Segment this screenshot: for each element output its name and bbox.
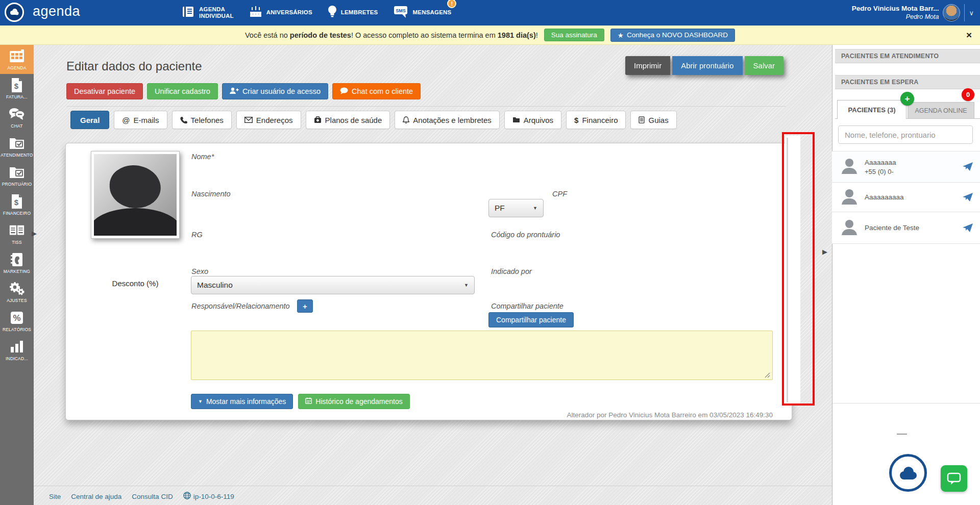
sidebar-item-ajustes[interactable]: AJUSTES [0, 277, 34, 307]
cloud-icon [8, 6, 20, 18]
tab-emails[interactable]: @E-mails [114, 111, 167, 129]
sexo-label: Sexo [191, 267, 208, 275]
deactivate-patient-button[interactable]: Desativar paciente [66, 83, 143, 99]
footer-link-help[interactable]: Central de ajuda [71, 493, 121, 500]
footer-link-cid[interactable]: Consulta CID [132, 493, 173, 500]
tab-geral[interactable]: Geral [70, 111, 109, 129]
right-panel-collapse-arrow-icon[interactable]: ▶ [822, 248, 827, 256]
subscription-button[interactable]: Sua assinatura [544, 29, 604, 41]
tab-guias[interactable]: Guias [630, 111, 676, 129]
create-access-user-button[interactable]: Criar usuário de acesso [222, 83, 328, 99]
tab-enderecos[interactable]: Endereços [236, 111, 301, 129]
folder-icon [512, 117, 520, 123]
birthday-cake-icon [249, 6, 262, 20]
percent-icon: % [9, 310, 25, 325]
sidebar-item-agenda[interactable]: AGENDA [0, 45, 34, 74]
app-logo-cloud-icon[interactable] [5, 3, 24, 22]
nascimento-label: Nascimento [191, 190, 231, 198]
tab-telefones[interactable]: Telefones [172, 111, 232, 129]
tab-planos-saude[interactable]: Planos de saúde [306, 111, 390, 129]
tab-agenda-online[interactable]: AGENDA ONLINE [908, 102, 974, 119]
open-record-button[interactable]: Abrir prontuário [672, 56, 742, 75]
sidebar-item-chat[interactable]: CHAT [0, 103, 34, 132]
user-menu[interactable]: Pedro Vinicius Mota Barr... Pedro Mota ∨ [852, 0, 974, 26]
patient-list-item[interactable]: Aaaaaaaa +55 (0) 0- [832, 151, 980, 183]
user-avatar[interactable] [943, 4, 960, 21]
codigo-prontuario-label: Código do prontuário [491, 231, 560, 239]
sidebar-item-atendimento[interactable]: ATENDIMENTO [0, 132, 34, 161]
dollar-icon: $ [574, 116, 578, 124]
divider [66, 106, 786, 107]
sidebar-item-relatorios[interactable]: % RELATÓRIOS [0, 307, 34, 336]
patient-photo[interactable] [91, 151, 180, 239]
phone-icon [180, 116, 187, 123]
send-message-icon[interactable] [963, 193, 973, 202]
chat-bubble-icon [340, 87, 348, 96]
left-sidebar: AGENDA $ FATURA... CHAT ATENDIMENTO [0, 45, 34, 505]
tab-anotacoes[interactable]: Anotações e lembretes [395, 111, 499, 129]
unify-record-button[interactable]: Unificar cadastro [147, 83, 218, 99]
tab-financeiro[interactable]: $Financeiro [566, 111, 626, 129]
sidebar-item-financeiro[interactable]: $ FINANCEIRO [0, 190, 34, 219]
nav-mensagens[interactable]: SMS MENSAGENS ! [394, 5, 452, 20]
patient-name: Paciente de Teste [865, 224, 919, 232]
patient-list-item[interactable]: Aaaaaaaaaa [832, 183, 980, 212]
new-dashboard-button[interactable]: ★ Conheça o NOVO DASHBOARD [610, 29, 735, 42]
compartilhar-paciente-button[interactable]: Compartilhar paciente [488, 312, 574, 327]
resize-handle-icon[interactable] [765, 372, 770, 379]
nav-lembretes[interactable]: LEMBRETES [328, 5, 378, 20]
chat-bubbles-icon [9, 107, 25, 122]
show-more-info-button[interactable]: ▼ Mostar mais informações [191, 394, 293, 409]
cloud-brand-logo[interactable] [889, 454, 927, 492]
sidebar-item-fatura[interactable]: $ FATURA... [0, 74, 34, 103]
person-avatar-icon [840, 187, 859, 208]
red-highlight-annotation [782, 132, 815, 406]
person-type-select[interactable]: PF▼ [488, 199, 544, 217]
banner-close-icon[interactable]: × [966, 30, 972, 41]
chat-with-client-button[interactable]: Chat com o cliente [332, 83, 421, 99]
observacoes-textarea[interactable] [191, 331, 773, 380]
sidebar-item-prontuario[interactable]: PRONTUÁRIO [0, 161, 34, 190]
tab-arquivos[interactable]: Arquivos [504, 111, 561, 129]
folder-check-icon [9, 136, 25, 151]
chevron-down-icon[interactable]: ∨ [969, 9, 974, 17]
send-message-icon[interactable] [963, 223, 973, 233]
sidebar-item-indicadores[interactable]: INDICAD... [0, 336, 34, 365]
add-responsavel-button[interactable]: + [297, 299, 313, 313]
agenda-book-icon [182, 6, 195, 20]
appointment-history-button[interactable]: Histórico de agendamentos [298, 394, 409, 409]
sidebar-item-label: AJUSTES [7, 298, 27, 303]
tab-pacientes[interactable]: PACIENTES (3) [837, 100, 906, 119]
nav-aniversarios[interactable]: ANIVERSÁRIOS [249, 6, 312, 20]
document-icon [639, 116, 645, 123]
nav-label: LEMBRETES [341, 9, 378, 16]
footer-link-site[interactable]: Site [49, 493, 61, 500]
nav-label: MENSAGENS [413, 9, 452, 16]
trial-banner: Você está no período de testes! O acesso… [0, 26, 980, 45]
person-avatar-icon [840, 157, 859, 177]
patient-search-input[interactable] [838, 125, 973, 144]
nav-agenda-individual[interactable]: AGENDAINDIVIDUAL [182, 6, 234, 20]
patient-phone: +55 (0) 0- [865, 168, 896, 175]
sexo-select[interactable]: Masculino▼ [191, 276, 475, 294]
sidebar-item-marketing[interactable]: MARKETING [0, 248, 34, 277]
add-patient-badge[interactable]: + [900, 92, 914, 106]
globe-icon [183, 492, 191, 501]
print-button[interactable]: Imprimir [625, 56, 670, 75]
altered-by-text: Alterador por Pedro Vinicius Mota Barrei… [446, 411, 773, 419]
compartilhar-label: Compartilhar paciente [491, 302, 564, 310]
send-message-icon[interactable] [963, 162, 973, 171]
sidebar-item-tiss[interactable]: TISS [0, 219, 34, 248]
patient-list-item[interactable]: Paciente de Teste [832, 212, 980, 244]
support-chat-button[interactable] [941, 465, 967, 492]
sidebar-collapse-arrow-icon[interactable]: ▶ [32, 230, 37, 237]
panel-resize-handle[interactable] [897, 434, 907, 435]
messages-alert-badge: ! [447, 0, 456, 8]
server-info: ip-10-0-6-119 [183, 492, 234, 501]
patient-tabs: Geral @E-mails Telefones Endereços Plano… [70, 111, 677, 129]
user-display-name: Pedro Mota [852, 13, 939, 21]
top-navigation: AGENDAINDIVIDUAL ANIVERSÁRIOS LEMBRETES [182, 0, 451, 26]
card-footer-buttons: ▼ Mostar mais informações Histórico de a… [191, 394, 410, 409]
save-button[interactable]: Salvar [745, 56, 784, 75]
svg-text:$: $ [14, 198, 19, 207]
